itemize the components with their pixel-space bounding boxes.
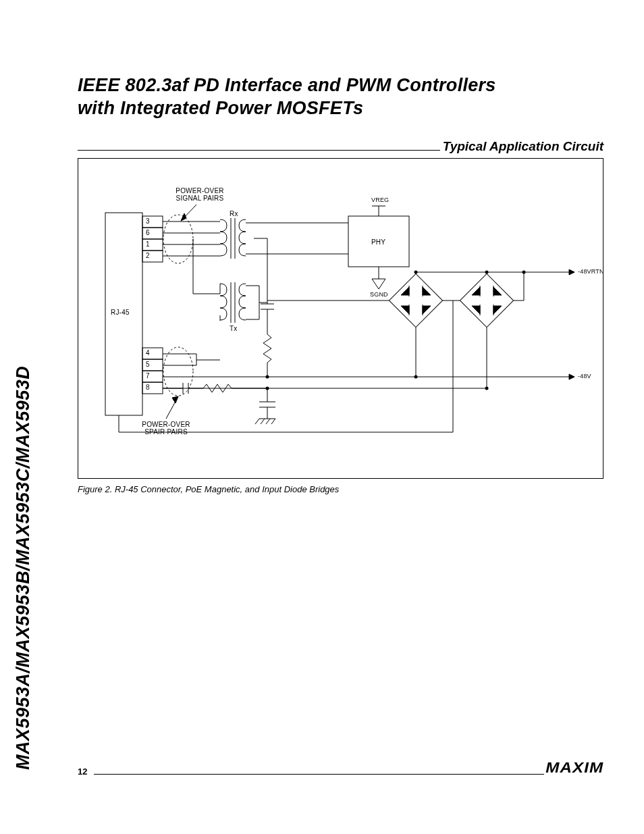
svg-marker-73 bbox=[569, 374, 574, 380]
svg-rect-74 bbox=[389, 273, 442, 327]
svg-marker-93 bbox=[472, 287, 480, 295]
svg-line-64 bbox=[261, 419, 265, 424]
figure-schematic: RJ-45 3 6 1 2 4 5 7 8 POWER-OVER SIGNAL … bbox=[78, 158, 603, 479]
footer-rule bbox=[94, 774, 543, 775]
page-footer: 12 MAXIM bbox=[78, 759, 603, 777]
svg-marker-69 bbox=[569, 269, 574, 275]
pin-8: 8 bbox=[146, 384, 150, 391]
svg-marker-46 bbox=[372, 279, 385, 289]
pin-1: 1 bbox=[146, 240, 150, 248]
rj45-label: RJ-45 bbox=[111, 309, 130, 316]
spare-pairs-label: POWER-OVER SPAIR PAIRS bbox=[139, 421, 193, 436]
page-number: 12 bbox=[78, 766, 87, 777]
svg-point-110 bbox=[414, 375, 418, 378]
svg-line-66 bbox=[271, 419, 275, 424]
section-header-rule bbox=[78, 150, 440, 151]
svg-marker-28 bbox=[181, 213, 186, 221]
svg-marker-76 bbox=[423, 287, 431, 295]
signal-pairs-label: POWER-OVER SIGNAL PAIRS bbox=[173, 187, 227, 202]
svg-marker-77 bbox=[401, 306, 409, 314]
svg-point-112 bbox=[522, 270, 526, 273]
section-header-row: Typical Application Circuit bbox=[78, 139, 603, 154]
tx-label: Tx bbox=[230, 325, 238, 332]
signal-pairs-l2: SIGNAL PAIRS bbox=[176, 194, 224, 202]
part-numbers-side-label: MAX5953A/MAX5953B/MAX5953C/MAX5953D bbox=[13, 366, 34, 770]
svg-marker-95 bbox=[472, 306, 480, 314]
svg-point-107 bbox=[266, 386, 269, 390]
signal-pairs-l1: POWER-OVER bbox=[176, 187, 223, 194]
pin-2: 2 bbox=[146, 252, 150, 259]
pin-4: 4 bbox=[146, 349, 150, 357]
svg-marker-31 bbox=[172, 396, 178, 403]
pin-5: 5 bbox=[146, 361, 150, 368]
svg-marker-75 bbox=[401, 287, 409, 295]
pin-6: 6 bbox=[146, 229, 150, 236]
rail-rtn-label: -48VRTN bbox=[578, 268, 603, 275]
svg-marker-94 bbox=[493, 287, 502, 295]
vreg-label: VREG bbox=[371, 197, 389, 203]
spare-pairs-l1: POWER-OVER bbox=[142, 421, 190, 428]
svg-line-63 bbox=[255, 419, 259, 424]
svg-line-65 bbox=[266, 419, 270, 424]
pin-7: 7 bbox=[146, 372, 150, 380]
svg-rect-92 bbox=[460, 273, 513, 327]
title-line-1: IEEE 802.3af PD Interface and PWM Contro… bbox=[78, 75, 496, 95]
title-line-2: with Integrated Power MOSFETs bbox=[78, 98, 363, 118]
phy-label: PHY bbox=[371, 238, 385, 246]
sgnd-label: SGND bbox=[370, 291, 388, 298]
svg-point-111 bbox=[485, 386, 489, 390]
svg-marker-78 bbox=[423, 306, 431, 314]
figure-caption: Figure 2. RJ-45 Connector, PoE Magnetic,… bbox=[78, 484, 603, 494]
svg-point-109 bbox=[485, 270, 489, 273]
svg-point-108 bbox=[414, 270, 418, 273]
svg-marker-96 bbox=[493, 306, 502, 314]
rx-label: Rx bbox=[230, 210, 238, 217]
page-title: IEEE 802.3af PD Interface and PWM Contro… bbox=[78, 74, 603, 120]
rail-48v-label: -48V bbox=[578, 373, 591, 380]
pin-3: 3 bbox=[146, 217, 150, 225]
brand-logo: MAXIM bbox=[545, 759, 603, 777]
spare-pairs-l2: SPAIR PAIRS bbox=[144, 428, 188, 436]
section-heading: Typical Application Circuit bbox=[443, 139, 603, 154]
svg-point-106 bbox=[266, 375, 269, 378]
